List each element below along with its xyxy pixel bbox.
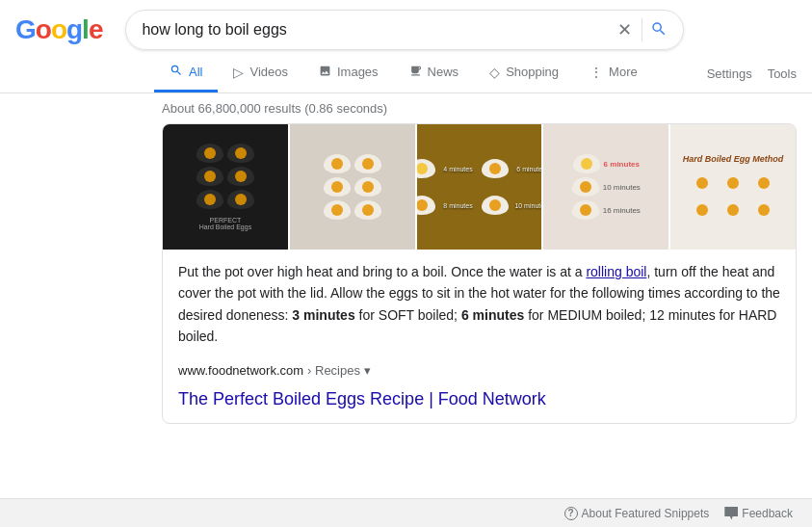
shopping-icon: ◇ (489, 65, 500, 80)
results-count: About 66,800,000 results (0.86 seconds) (0, 93, 812, 123)
page-footer: ? About Featured Snippets Feedback (0, 498, 812, 527)
egg-visual (572, 177, 599, 197)
egg-visual (324, 177, 351, 197)
images-strip: PERFECTHard Boiled Eggs (163, 124, 796, 250)
about-snippets-label: About Featured Snippets (582, 507, 710, 520)
source-domain: www.foodnetwork.com (178, 363, 303, 378)
tab-images[interactable]: Images (303, 55, 394, 92)
egg-visual (417, 159, 435, 178)
search-bar: ✕ (125, 10, 684, 50)
egg-visual (324, 200, 351, 220)
egg-visual (750, 200, 777, 220)
feedback-label: Feedback (742, 507, 793, 520)
tab-all[interactable]: All (154, 54, 218, 92)
snippet-image-2[interactable] (290, 124, 417, 250)
tab-videos-label: Videos (249, 65, 288, 79)
egg-visual (689, 200, 716, 220)
search-divider (642, 18, 642, 41)
egg-visual (482, 196, 509, 215)
search-icon[interactable] (650, 20, 668, 40)
result-title-link[interactable]: The Perfect Boiled Eggs Recipe | Food Ne… (163, 385, 796, 423)
nav-settings: Settings Tools (707, 57, 797, 91)
search-input[interactable] (142, 21, 608, 39)
egg-visual (354, 177, 381, 197)
egg-visual (227, 144, 254, 163)
snippet-image-4[interactable]: 6 minutes 10 minutes 16 minutes (543, 124, 670, 250)
tab-news[interactable]: News (394, 55, 475, 92)
header: Google ✕ (0, 0, 812, 50)
tab-more[interactable]: ⋮ More (574, 55, 653, 92)
egg-visual (354, 200, 381, 220)
egg-visual (354, 154, 381, 173)
snippet-image-3[interactable]: 4 minutes 6 minutes 8 minutes 10 minutes (417, 124, 544, 250)
image-label: PERFECTHard Boiled Eggs (199, 217, 251, 230)
about-snippets-item[interactable]: ? About Featured Snippets (564, 507, 710, 520)
egg-visual (196, 144, 223, 163)
egg-visual (572, 200, 599, 220)
google-logo: Google (15, 14, 102, 45)
source-path: › Recipes (307, 363, 360, 378)
snippet-image-1[interactable]: PERFECTHard Boiled Eggs (163, 124, 290, 250)
news-icon (409, 65, 422, 80)
images-icon (319, 65, 331, 80)
6-minutes-bold: 6 minutes (461, 307, 524, 323)
tab-shopping[interactable]: ◇ Shopping (474, 55, 574, 92)
egg-visual (720, 200, 747, 220)
clear-search-button[interactable]: ✕ (616, 19, 634, 40)
egg-visual (417, 196, 435, 215)
dropdown-arrow[interactable]: ▾ (364, 363, 371, 378)
tab-images-label: Images (337, 65, 379, 79)
settings-link[interactable]: Settings (707, 66, 752, 81)
egg-visual (573, 154, 600, 173)
egg-visual (227, 190, 254, 209)
featured-snippet: PERFECTHard Boiled Eggs (162, 123, 797, 424)
egg-visual (720, 173, 747, 193)
videos-icon: ▷ (233, 65, 244, 80)
all-icon (170, 64, 183, 80)
tab-news-label: News (428, 65, 459, 79)
snippet-source: www.foodnetwork.com › Recipes ▾ (163, 359, 796, 385)
rolling-boil-link[interactable]: rolling boil (586, 264, 646, 279)
3-minutes-bold: 3 minutes (292, 307, 354, 323)
more-icon: ⋮ (589, 65, 603, 80)
nav-tabs: All ▷ Videos Images News ◇ Shopping ⋮ Mo… (0, 54, 812, 93)
egg-visual (689, 173, 716, 193)
egg-visual (482, 159, 509, 178)
egg-visual (196, 167, 223, 186)
egg-visual (227, 167, 254, 186)
tab-videos[interactable]: ▷ Videos (218, 55, 303, 92)
snippet-image-5[interactable]: Hard Boiled Egg Method (670, 124, 796, 250)
egg-visual (324, 154, 351, 173)
egg-visual (750, 173, 777, 193)
feedback-icon (724, 507, 738, 520)
tools-link[interactable]: Tools (768, 66, 797, 81)
tab-more-label: More (609, 65, 638, 79)
feedback-item[interactable]: Feedback (724, 507, 793, 520)
egg-visual (196, 190, 223, 209)
tab-shopping-label: Shopping (506, 65, 559, 79)
snippet-text: Put the pot over high heat and bring to … (163, 250, 796, 359)
about-snippets-icon: ? (564, 507, 578, 520)
image-title-label: Hard Boiled Egg Method (683, 154, 784, 164)
tab-all-label: All (189, 65, 202, 79)
